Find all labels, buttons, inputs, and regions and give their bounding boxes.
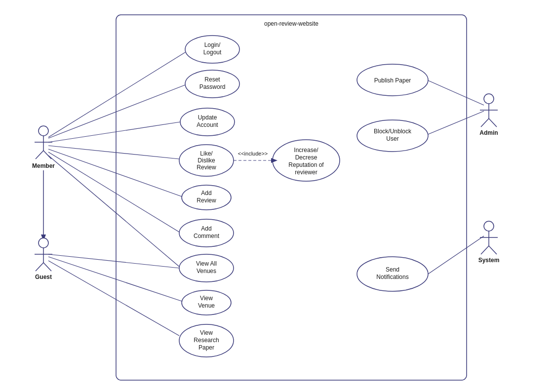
usecase-send-notif-label: Send — [386, 266, 399, 273]
admin-actor-head — [484, 94, 494, 104]
usecase-block-label2: User — [386, 135, 398, 142]
usecase-login-label2: Logout — [203, 49, 222, 56]
system-actor-left-leg — [481, 246, 489, 254]
system-label: System — [478, 257, 500, 264]
usecase-view-paper-label: View — [200, 329, 213, 336]
usecase-add-comment-label2: Comment — [194, 233, 220, 239]
guest-label: Guest — [35, 274, 52, 280]
usecase-increase-rep-label: Increase/ — [294, 147, 318, 154]
usecase-view-venues-label: View All — [196, 260, 217, 267]
system-actor-right-leg — [489, 246, 497, 254]
usecase-like-label2: Dislike — [198, 157, 215, 164]
guest-actor-head — [39, 238, 48, 248]
admin-actor-left-leg — [481, 118, 489, 127]
admin-actor-right-leg — [489, 118, 497, 127]
uml-diagram: open-review-website Member Guest Admin S… — [0, 0, 554, 392]
usecase-login-label: Login/ — [204, 41, 221, 48]
usecase-publish-label: Publish Paper — [374, 77, 411, 84]
member-label: Member — [32, 162, 55, 169]
usecase-reset-label2: Password — [199, 83, 226, 90]
usecase-add-review-label2: Review — [197, 197, 216, 204]
usecase-view-venue-label: View — [200, 295, 213, 302]
guest-actor-left-leg — [36, 263, 43, 271]
usecase-like-label3: Review — [197, 164, 216, 171]
system-actor-head — [484, 221, 494, 231]
usecase-increase-rep-label4: reviewer — [295, 169, 317, 176]
usecase-reset-label: Reset — [204, 76, 220, 83]
member-actor-right-leg — [43, 151, 51, 159]
usecase-block-label: Block/Unblock — [374, 128, 412, 135]
usecase-add-comment-label: Add — [201, 225, 211, 232]
usecase-increase-rep-label2: Decrese — [295, 154, 317, 161]
guest-actor-right-leg — [43, 263, 51, 271]
usecase-add-review-label: Add — [201, 190, 211, 196]
admin-label: Admin — [479, 129, 498, 136]
usecase-view-paper-label2: Research — [194, 337, 219, 344]
usecase-update-label: Update — [198, 114, 217, 121]
usecase-like-label: Like/ — [200, 150, 213, 157]
usecase-increase-rep-label3: Reputation of — [288, 161, 324, 168]
usecase-view-venues-label2: Venues — [197, 268, 216, 274]
member-actor-head — [39, 126, 48, 136]
usecase-view-venue-label2: Venue — [198, 302, 215, 309]
boundary-label: open-review-website — [264, 20, 318, 27]
usecase-send-notif-label2: Notifications — [376, 274, 408, 280]
member-actor-left-leg — [36, 151, 43, 159]
usecase-update-label2: Account — [197, 121, 218, 128]
usecase-view-paper-label3: Paper — [198, 344, 214, 351]
include-label: <<include>> — [238, 151, 268, 157]
